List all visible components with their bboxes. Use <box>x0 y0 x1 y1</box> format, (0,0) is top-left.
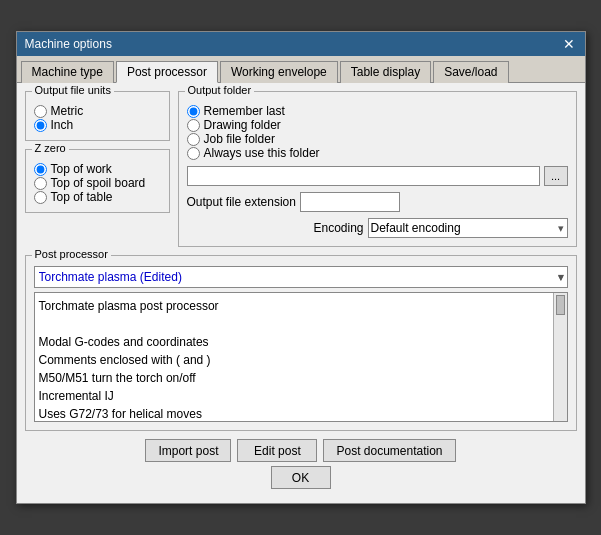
inch-option[interactable]: Inch <box>34 118 161 132</box>
remember-last-radio[interactable] <box>187 105 200 118</box>
ok-row: OK <box>25 466 577 489</box>
output-file-units-group: Output file units Metric Inch <box>25 91 170 141</box>
top-of-spoil-option[interactable]: Top of spoil board <box>34 176 161 190</box>
inch-label: Inch <box>51 118 74 132</box>
output-units-options: Metric Inch <box>34 104 161 132</box>
metric-label: Metric <box>51 104 84 118</box>
folder-path-row: ... <box>187 166 568 186</box>
top-of-table-label: Top of table <box>51 190 113 204</box>
metric-option[interactable]: Metric <box>34 104 161 118</box>
z-zero-label: Z zero <box>32 142 69 154</box>
top-of-spoil-label: Top of spoil board <box>51 176 146 190</box>
top-of-work-label: Top of work <box>51 162 112 176</box>
top-of-work-radio[interactable] <box>34 163 47 176</box>
drawing-folder-label: Drawing folder <box>204 118 281 132</box>
job-file-folder-label: Job file folder <box>204 132 275 146</box>
output-folder-options: Remember last Drawing folder Job file fo… <box>187 104 568 238</box>
metric-radio[interactable] <box>34 105 47 118</box>
z-zero-options: Top of work Top of spoil board Top of ta… <box>34 162 161 204</box>
z-zero-group: Z zero Top of work Top of spoil board <box>25 149 170 213</box>
top-of-spoil-radio[interactable] <box>34 177 47 190</box>
drawing-folder-radio[interactable] <box>187 119 200 132</box>
enc-select[interactable]: Default encoding UTF-8 ASCII ISO-8859-1 <box>368 218 568 238</box>
ext-input[interactable] <box>300 192 400 212</box>
ext-label: Output file extension <box>187 195 296 209</box>
always-use-folder-option[interactable]: Always use this folder <box>187 146 568 160</box>
post-documentation-button[interactable]: Post documentation <box>323 439 455 462</box>
folder-path-input[interactable] <box>187 166 540 186</box>
enc-label: Encoding <box>313 221 363 235</box>
top-of-work-option[interactable]: Top of work <box>34 162 161 176</box>
tab-post-processor[interactable]: Post processor <box>116 61 218 83</box>
inch-radio[interactable] <box>34 119 47 132</box>
scrollbar-thumb[interactable] <box>556 295 565 315</box>
enc-row: Encoding Default encoding UTF-8 ASCII IS… <box>187 218 568 238</box>
post-dropdown-row: Torchmate plasma (Edited) ▾ <box>34 266 568 288</box>
post-processor-section-label: Post processor <box>32 248 111 260</box>
scrollbar-track[interactable] <box>553 293 567 421</box>
left-column: Output file units Metric Inch <box>25 91 170 247</box>
ext-row: Output file extension <box>187 192 568 212</box>
post-select-wrapper: Torchmate plasma (Edited) ▾ <box>34 266 568 288</box>
always-use-folder-label: Always use this folder <box>204 146 320 160</box>
top-of-table-radio[interactable] <box>34 191 47 204</box>
machine-options-dialog: Machine options ✕ Machine type Post proc… <box>16 31 586 504</box>
close-button[interactable]: ✕ <box>561 37 577 51</box>
output-folder-group: Output folder Remember last Drawing fold… <box>178 91 577 247</box>
tab-table-display[interactable]: Table display <box>340 61 431 83</box>
output-file-units-label: Output file units <box>32 84 114 96</box>
dialog-content: Output file units Metric Inch <box>17 83 585 503</box>
tab-save-load[interactable]: Save/load <box>433 61 508 83</box>
post-description-textarea[interactable]: Torchmate plasma post processor Modal G-… <box>35 293 553 421</box>
action-buttons-row: Import post Edit post Post documentation <box>25 439 577 462</box>
remember-last-label: Remember last <box>204 104 285 118</box>
job-file-folder-radio[interactable] <box>187 133 200 146</box>
import-post-button[interactable]: Import post <box>145 439 231 462</box>
always-use-folder-radio[interactable] <box>187 147 200 160</box>
post-processor-section: Post processor Torchmate plasma (Edited)… <box>25 255 577 431</box>
top-row: Output file units Metric Inch <box>25 91 577 247</box>
top-of-table-option[interactable]: Top of table <box>34 190 161 204</box>
browse-button[interactable]: ... <box>544 166 568 186</box>
post-description-box: Torchmate plasma post processor Modal G-… <box>34 292 568 422</box>
edit-post-button[interactable]: Edit post <box>237 439 317 462</box>
tab-working-envelope[interactable]: Working envelope <box>220 61 338 83</box>
tab-machine-type[interactable]: Machine type <box>21 61 114 83</box>
remember-last-option[interactable]: Remember last <box>187 104 568 118</box>
post-select[interactable]: Torchmate plasma (Edited) <box>34 266 568 288</box>
output-folder-label: Output folder <box>185 84 255 96</box>
tab-bar: Machine type Post processor Working enve… <box>17 56 585 83</box>
dialog-title: Machine options <box>25 37 112 51</box>
ok-button[interactable]: OK <box>271 466 331 489</box>
title-bar: Machine options ✕ <box>17 32 585 56</box>
job-file-folder-option[interactable]: Job file folder <box>187 132 568 146</box>
drawing-folder-option[interactable]: Drawing folder <box>187 118 568 132</box>
